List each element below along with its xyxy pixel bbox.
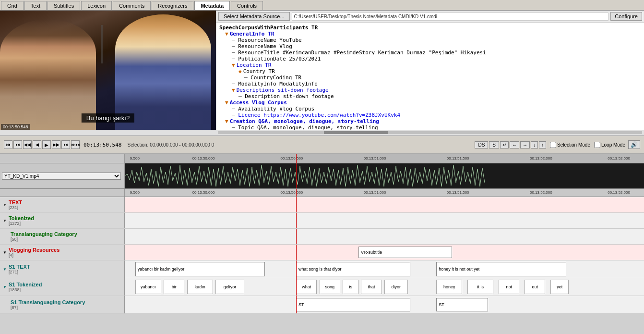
select-metadata-button[interactable]: Select Metadata Source... <box>218 12 290 21</box>
loop-mode-label[interactable]: Loop Mode <box>594 142 625 148</box>
topic-node: Topic Q&A, monologue, diaogue, story-tel… <box>238 124 378 130</box>
word-itis[interactable]: it is <box>467 280 493 294</box>
volume-button[interactable]: 🔊 <box>628 140 640 149</box>
tab-controls[interactable]: Controls <box>231 1 263 10</box>
generalinfo-node: GeneralInfo TR <box>230 31 274 37</box>
ruler-label-6: 00:13:52.500 <box>608 156 630 161</box>
selection-mode-label[interactable]: Selection Mode <box>550 142 590 148</box>
s1text-track-label: S1 TEXT <box>9 264 30 270</box>
word-kadin[interactable]: kadın <box>187 280 213 294</box>
up-arrow-button[interactable]: ↑ <box>539 141 546 148</box>
expand-generalinfo[interactable]: ▼ <box>225 31 228 37</box>
expand-location[interactable]: ▼ <box>232 62 235 68</box>
s1text-track-count: [271] <box>9 270 30 274</box>
s-button[interactable]: S <box>489 141 499 148</box>
next-frame-button[interactable]: ⏭ <box>61 140 70 149</box>
tab-text[interactable]: Text <box>24 1 47 10</box>
down-arrow-button[interactable]: ↓ <box>531 141 538 148</box>
expand-country[interactable]: ◆ <box>239 68 242 74</box>
s1-segment-3[interactable]: honey it is not out yet <box>436 262 566 276</box>
description-node: Description sit-down footage <box>245 93 334 99</box>
right-arrow-button[interactable]: → <box>520 141 530 148</box>
left-arrow-button[interactable]: ← <box>510 141 519 148</box>
tab-lexicon[interactable]: Lexicon <box>81 1 112 10</box>
s1translanguaging-track-label: S1 Translanguaging Category <box>11 299 85 305</box>
access-node: Access Vlog Corpus <box>230 99 287 106</box>
translanguaging-track-label: Translanguaging Category <box>11 231 77 237</box>
modalityinfo-node: ModalityInfo ModalityInfo <box>238 81 318 87</box>
word-honey[interactable]: honey <box>436 280 462 294</box>
loop-mode-checkbox[interactable] <box>594 142 600 148</box>
selection-display: Selection: 00:00:00.000 - 00:00:00.000 0 <box>127 142 214 148</box>
st-segment-1[interactable]: ST <box>296 298 410 311</box>
expand-s1text-track[interactable]: ▼ <box>3 267 7 272</box>
expand-s1tokenized-track[interactable]: ▼ <box>3 285 7 289</box>
track-translanguaging: Translanguaging Category [50] <box>0 229 644 245</box>
video-timestamp: 00:13:50.548 <box>1 124 30 130</box>
configure-button[interactable]: Configure <box>610 12 642 21</box>
creation-node: Creation Q&A, monologue, diaogue, story-… <box>230 118 379 124</box>
word-what[interactable]: what <box>296 280 317 294</box>
tokenized-track-label: Tokenized <box>9 215 34 221</box>
word-yabanci[interactable]: yabancı <box>135 280 161 294</box>
resourcetitle-node: ResourceTitle #KerimcanDurmaz #PesimdeSt… <box>238 49 486 56</box>
word-is[interactable]: is <box>343 280 358 294</box>
word-that[interactable]: that <box>361 280 382 294</box>
tab-grid[interactable]: Grid <box>1 1 24 10</box>
tab-recognizers[interactable]: Recognizers <box>152 1 193 10</box>
availability-node: Availability Vlog Corpus <box>238 106 314 112</box>
tab-comments[interactable]: Comments <box>113 1 151 10</box>
metadata-root: SpeechCorpusWithParticipants TR <box>219 25 641 31</box>
vlogging-track-label: Vlogging Resources <box>9 247 60 253</box>
expand-tokenized-track[interactable]: ▼ <box>3 219 7 223</box>
go-to-end-button[interactable]: ⏭ <box>13 140 22 149</box>
word-geliyor[interactable]: geliyor <box>215 280 244 294</box>
set-mark-button[interactable]: ↵ <box>500 141 509 148</box>
word-out[interactable]: out <box>525 280 545 294</box>
tab-metadata[interactable]: Metadata <box>194 1 230 10</box>
video-subtitle: Bu hangi şarkı? <box>82 113 134 123</box>
resourcename2-node: ResourceName Vlog <box>238 43 292 49</box>
expand-descriptions[interactable]: ▼ <box>232 87 235 93</box>
ruler-label-1: 00:13:50.000 <box>192 156 215 161</box>
word-song[interactable]: song <box>320 280 340 294</box>
s1tokenized-track-count: [1838] <box>9 287 42 292</box>
track-s1-translanguaging: S1 Translanguaging Category [87] ST ST <box>0 296 644 314</box>
s1-segment-1[interactable]: yabancı bir kadın geliyor <box>135 262 265 276</box>
expand-text-track[interactable]: ▼ <box>3 203 7 207</box>
ruler-label-3: 00:13:51.000 <box>364 156 386 161</box>
ruler-label-2: 00:13:50.500 <box>281 156 303 161</box>
rewind-button[interactable]: ◀ <box>33 140 41 149</box>
forward-button[interactable]: ▶▶ <box>52 140 60 149</box>
st-segment-2[interactable]: ST <box>436 298 488 311</box>
word-diyor[interactable]: diyor <box>384 280 408 294</box>
expand-creation[interactable]: ▼ <box>225 118 228 124</box>
go-to-start-button[interactable]: ⏮ <box>4 140 12 149</box>
loop-forward-button[interactable]: ⏭⏭ <box>71 140 80 149</box>
expand-access[interactable]: ▼ <box>225 99 228 106</box>
licence-node: Licence https://www.youtube.com/watch?v=… <box>238 112 400 118</box>
countrycoding-node: CountryCoding TR <box>250 74 301 81</box>
track-file-select[interactable]: YT_KD_V1.mp4 <box>2 173 121 180</box>
selection-mode-checkbox[interactable] <box>550 142 556 148</box>
ruler-label-4: 00:13:51.500 <box>447 156 469 161</box>
prev-frame-button[interactable]: ◀◀ <box>23 140 32 149</box>
playback-controls: ⏮ ⏭ ◀◀ ◀ ▶ ▶▶ ⏭ ⏭⏭ 00:13:50.548 Selectio… <box>0 136 644 154</box>
play-button[interactable]: ▶ <box>42 140 51 149</box>
tokenized-track-count: [1272] <box>9 221 34 226</box>
ruler-label-5: 00:13:52.000 <box>530 156 552 161</box>
s1tokenized-track-label: S1 Tokenized <box>9 282 42 287</box>
vlogging-track-count: [4] <box>9 253 60 258</box>
word-not[interactable]: not <box>499 280 519 294</box>
word-yet[interactable]: yet <box>550 280 569 294</box>
vr-subtitle-segment[interactable]: VR-subtitle <box>358 247 452 258</box>
current-time-display: 00:13:50.548 <box>83 142 121 148</box>
waveform-display <box>125 163 644 188</box>
tab-subtitles[interactable]: Subtitles <box>48 1 80 10</box>
ds-button[interactable]: DS <box>475 141 488 148</box>
timeline-playhead <box>296 154 297 163</box>
s1-segment-2[interactable]: what song is that diyor <box>296 262 410 276</box>
word-bir[interactable]: bir <box>164 280 184 294</box>
track-s1-text: ▼ S1 TEXT [271] yabancı bir kadın geliyo… <box>0 260 644 278</box>
expand-vlogging-track[interactable]: ▼ <box>3 250 7 255</box>
